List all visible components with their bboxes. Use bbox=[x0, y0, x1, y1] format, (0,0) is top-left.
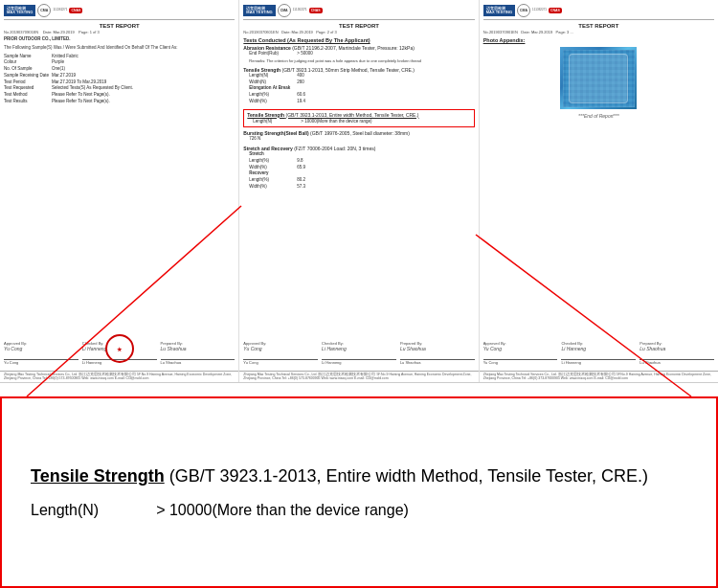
test-results-row: Test Results Please Refer To Next Page(s… bbox=[4, 99, 235, 105]
stretch-width-row: Width(%) 65.9 bbox=[249, 165, 474, 171]
report-page-1: Page: 1 of 3 bbox=[79, 30, 100, 34]
report-page-2: Page: 2 of 3 bbox=[316, 30, 337, 34]
bursting-value-row: 726 N bbox=[249, 136, 474, 143]
approved-underline: Yu Cong bbox=[4, 359, 79, 365]
page-2-footer: Zhejiang Max Testing Technical Services … bbox=[239, 371, 478, 380]
document-area: 迈竞思检测 MAX TESTING CMA 111362271 CNAS TES… bbox=[0, 0, 718, 383]
page-3: 迈竞思检测 MAX TESTING CMA 111362271 CNAS TES… bbox=[480, 0, 718, 382]
sig-area-3: Approved By: Yu Cong Yu Cong Checked By:… bbox=[480, 341, 718, 365]
fabric-photo bbox=[560, 47, 637, 109]
num-sample-val: One(1) bbox=[52, 66, 65, 73]
sig-area-2: Approved By: Yu Cong Yu Cong Checked By:… bbox=[239, 341, 478, 365]
page-3-footer: Zhejiang Max Testing Technical Services … bbox=[480, 371, 718, 380]
test-requested-val: Selected Tests(S) As Requested By Client… bbox=[52, 85, 133, 92]
page-2: 迈竞思检测 MAX TESTING CMA 111362271 CNAS TES… bbox=[239, 0, 479, 382]
tensile-width-row: Width(N) 260 bbox=[249, 79, 474, 86]
report-number-1: No.20190370901EN bbox=[4, 30, 38, 34]
page-1-footer: Zhejiang Max Testing Technical Services … bbox=[0, 371, 238, 380]
end-of-report-text: ***End of Report*** bbox=[483, 113, 714, 119]
callout-value-row: Length(N) > 10000(More than the device r… bbox=[31, 502, 687, 519]
sig-approved-3: Approved By: Yu Cong Yu Cong bbox=[483, 341, 558, 365]
page-3-title: TEST REPORT bbox=[483, 23, 714, 29]
sample-name-label: Sample Name bbox=[4, 54, 52, 60]
test-results-val: Please Refer To Next Page(s). bbox=[52, 99, 110, 105]
badge-num-3: 111362271 bbox=[532, 9, 547, 11]
recovery-header: Recovery bbox=[249, 170, 474, 177]
cnas-badge-3: CNAS bbox=[549, 8, 562, 13]
prepared-name: Lu Shaohua bbox=[161, 346, 236, 351]
tensile-length-row: Length(N) 400 bbox=[249, 73, 474, 79]
sig-prepared-2: Prepared By: Lu Shaohua Lu Shaohua bbox=[400, 341, 475, 365]
callout-label: Length(N) bbox=[31, 502, 99, 519]
report-date-3: Date: Mar.29.2019 bbox=[521, 30, 552, 34]
recovery-length-row: Length(%) 80.2 bbox=[249, 177, 474, 184]
recovery-width-row: Width(%) 57.3 bbox=[249, 184, 474, 191]
max-testing-logo-2: 迈竞思检测 MAX TESTING bbox=[243, 5, 275, 17]
report-date-1: Date: Mar.29.2019 bbox=[43, 30, 75, 34]
logo-group-1: 迈竞思检测 MAX TESTING CMA 111362271 CNAS bbox=[4, 4, 82, 17]
sig-approved: Approved By: Yu Cong Yu Cong bbox=[4, 341, 79, 365]
sample-name-val: Knitted Fabric bbox=[52, 54, 79, 60]
bursting-section: Bursting Strength(Steel Ball) (GB/T 1997… bbox=[243, 130, 474, 143]
sample-info-list: Sample Name Knitted Fabric Colour Purple… bbox=[4, 54, 235, 105]
logo-group-2: 迈竞思检测 MAX TESTING CMA 111362271 CNAS bbox=[243, 4, 322, 17]
receiving-label: Sample Receiving Date bbox=[4, 73, 52, 79]
fabric-image bbox=[563, 50, 635, 107]
red-stamp-1: ★ bbox=[105, 334, 134, 363]
sig-checked-3: Checked By: Li Hanneng Li Hanneng bbox=[561, 341, 636, 365]
badge-num-1: 111362271 bbox=[53, 9, 67, 11]
footer-text-2: Zhejiang Max Testing Technical Services … bbox=[243, 373, 474, 380]
elong-length-row: Length(%) 60.6 bbox=[249, 92, 474, 99]
sig-prepared-3: Prepared By: Lu Shaohua Lu Shaohua bbox=[639, 341, 714, 365]
report-page-3: Page: 3 ... bbox=[556, 30, 573, 34]
test-method-row: Test Method Please Refer To Next Page(s)… bbox=[4, 92, 235, 99]
elong-width-row: Width(%) 19.4 bbox=[249, 99, 474, 105]
colour-val: Purple bbox=[52, 59, 64, 66]
page-1: 迈竞思检测 MAX TESTING CMA 111362271 CNAS TES… bbox=[0, 0, 239, 382]
footer-text-3: Zhejiang Max Testing Technical Services … bbox=[483, 373, 714, 380]
colour-row: Colour Purple bbox=[4, 59, 235, 66]
elongation-header: Elongation At Break bbox=[249, 85, 474, 92]
test-period-val: Mar.27.2019 To Mar.29.2019 bbox=[52, 79, 106, 86]
report-number-2: No.20190370601EN bbox=[243, 30, 278, 34]
stretch-header: Stretch bbox=[249, 151, 474, 158]
cma-badge-2: CMA bbox=[278, 4, 291, 17]
footer-text-1: Zhejiang Max Testing Technical Services … bbox=[4, 373, 235, 380]
num-sample-row: No. Of Sample One(1) bbox=[4, 66, 235, 73]
cma-badge-3: CMA bbox=[517, 4, 530, 17]
test-requested-row: Test Requested Selected Tests(S) As Requ… bbox=[4, 85, 235, 92]
intro-text: The Following Sample(S) Was / Were Submi… bbox=[4, 45, 235, 52]
stretch-length-row: Length(%) 9.8 bbox=[249, 158, 474, 165]
sample-name-row: Sample Name Knitted Fabric bbox=[4, 54, 235, 60]
prepared-underline: Lu Shaohua bbox=[161, 359, 236, 365]
sig-approved-2: Approved By: Yu Cong Yu Cong bbox=[243, 341, 318, 365]
cnas-badge-1: CNAS bbox=[69, 8, 82, 13]
test-period-label: Test Period bbox=[4, 79, 52, 86]
colour-label: Colour bbox=[4, 59, 52, 66]
page-2-meta: No.20190370601EN Date: Mar.29.2019 Page:… bbox=[243, 30, 474, 34]
abrasion-remarks: Remarks: The criterion for judging end p… bbox=[249, 58, 474, 64]
callout-title-underline: Tensile Strength bbox=[31, 466, 165, 486]
sig-prepared: Prepared By: Lu Shaohua Lu Shaohua bbox=[161, 341, 236, 365]
callout-title: Tensile Strength (GB/T 3923.1-2013, Enti… bbox=[31, 466, 687, 486]
end-point-row: End Point(Rub) > 50000 bbox=[249, 51, 474, 57]
receiving-val: Mar.27.2019 bbox=[52, 73, 76, 79]
page-1-meta: No.20190370901EN Date: Mar.29.2019 Page:… bbox=[4, 30, 235, 34]
page-1-title: TEST REPORT bbox=[4, 23, 235, 29]
svg-rect-4 bbox=[563, 50, 635, 107]
report-date-2: Date: Mar.29.2019 bbox=[281, 30, 313, 34]
logo-group-3: 迈竞思检测 MAX TESTING CMA 111362271 CNAS bbox=[483, 4, 562, 17]
page-3-header: 迈竞思检测 MAX TESTING CMA 111362271 CNAS bbox=[483, 4, 714, 20]
tensile-entire-section: Tensile Strength (GB/T 3923.1-2013, Enti… bbox=[243, 109, 474, 128]
approved-name: Yu Cong bbox=[4, 346, 79, 351]
callout-box: Tensile Strength (GB/T 3923.1-2013, Enti… bbox=[0, 396, 718, 588]
photo-appendix-title: Photo Appendix: bbox=[483, 37, 714, 43]
test-method-label: Test Method bbox=[4, 92, 52, 99]
test-method-val: Please Refer To Next Page(s). bbox=[52, 92, 110, 99]
test-period-row: Test Period Mar.27.2019 To Mar.29.2019 bbox=[4, 79, 235, 86]
stretch-section: Stretch and Recovery (FZ/T 70006-2004 Lo… bbox=[243, 146, 474, 191]
abrasion-section: Abrasion Resistance (GB/T 21196.2-2007, … bbox=[243, 45, 474, 64]
tensile-entire-length-row: Length(N) > 10000(More than the device r… bbox=[253, 119, 470, 125]
page-2-header: 迈竞思检测 MAX TESTING CMA 111362271 CNAS bbox=[243, 4, 474, 20]
receiving-row: Sample Receiving Date Mar.27.2019 bbox=[4, 73, 235, 79]
